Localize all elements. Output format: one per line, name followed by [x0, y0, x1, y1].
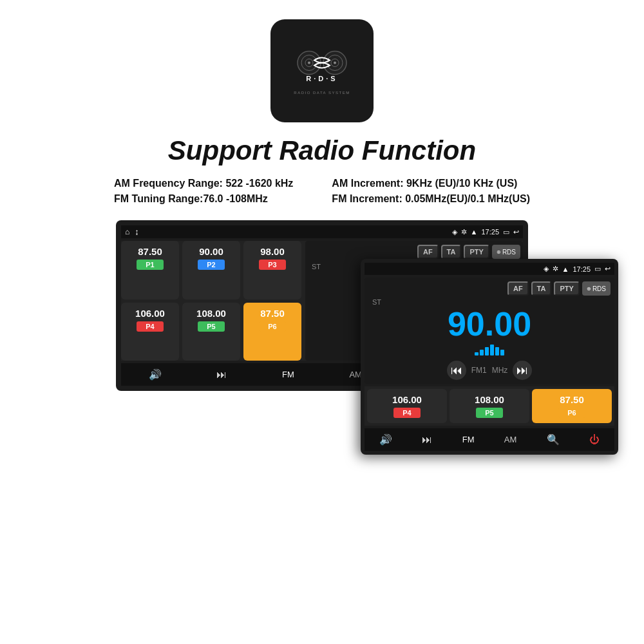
second-prev-button[interactable]: ⏮ — [447, 361, 466, 380]
second-freq-p6: 87.50 — [560, 394, 584, 405]
second-preset-p4[interactable]: 106.00 P4 — [367, 389, 447, 423]
second-display-area: AF TA PTY ⊕ RDS ST 90.00 ⏮ FM1 — [365, 278, 614, 384]
second-band-info: FM1 — [471, 366, 487, 375]
preset-label-p2: P2 — [198, 260, 224, 270]
am-button[interactable]: AM — [349, 370, 362, 379]
st-label: ST — [312, 263, 321, 270]
second-status-bar: ◈ ✲ ▲ 17:25 ▭ ↩ — [365, 263, 614, 275]
rds-icon-small: ⊕ — [497, 249, 501, 255]
second-label-p5: P5 — [476, 408, 502, 418]
second-rds-label: RDS — [592, 285, 606, 292]
second-time-display: 17:25 — [573, 265, 591, 273]
ta-button[interactable]: TA — [441, 245, 462, 259]
second-rds-icon: ⊕ — [587, 286, 591, 292]
second-label-p4: P4 — [393, 408, 420, 418]
s-bar-6 — [500, 350, 504, 355]
usb-icon: ↨ — [135, 227, 138, 236]
spec-fm-range: FM Tuning Range:76.0 -108MHz — [114, 193, 293, 205]
preset-label-p5: P5 — [198, 321, 224, 332]
bluetooth-icon: ✲ — [461, 228, 467, 236]
second-am-button[interactable]: AM — [504, 435, 517, 444]
second-freq-p4: 106.00 — [392, 394, 422, 405]
status-bar-right: ◈ ✲ ▲ 17:25 ▭ ↩ — [452, 228, 519, 236]
logo-container: R·D·S RADIO DATA SYSTEM — [0, 0, 644, 122]
preset-btn-p1[interactable]: 87.50 P1 — [121, 241, 179, 299]
preset-btn-p4[interactable]: 106.00 P4 — [121, 303, 179, 361]
preset-label-p3: P3 — [259, 260, 285, 270]
second-preset-area: 106.00 P4 108.00 P5 87.50 P6 — [365, 386, 614, 426]
second-ta-button[interactable]: TA — [531, 281, 552, 296]
second-power-button[interactable]: ⏻ — [589, 434, 600, 446]
specs-left: AM Frequency Range: 522 -1620 kHz FM Tun… — [114, 178, 293, 205]
skip-icon[interactable]: ⏭ — [216, 369, 227, 381]
second-battery-icon: ▭ — [594, 265, 601, 273]
spec-fm-inc: FM Increment: 0.05MHz(EU)/0.1 MHz(US) — [332, 193, 530, 205]
status-bar-left: ⌂ ↨ — [125, 227, 138, 236]
second-volume-icon[interactable]: 🔊 — [379, 433, 392, 446]
second-fm-button[interactable]: FM — [462, 435, 475, 444]
rds-button[interactable]: ⊕ RDS — [492, 245, 520, 259]
preset-label-p6: P6 — [259, 321, 285, 332]
preset-btn-p2[interactable]: 90.00 P2 — [182, 241, 240, 299]
s-bar-2 — [480, 350, 484, 355]
second-location-icon: ◈ — [544, 265, 549, 273]
back-icon: ↩ — [513, 228, 519, 236]
main-status-bar: ⌂ ↨ ◈ ✲ ▲ 17:25 ▭ ↩ — [121, 225, 523, 238]
preset-label-p4: P4 — [137, 321, 163, 332]
second-bottom-bar: 🔊 ⏭ FM AM 🔍 ⏻ — [365, 428, 614, 451]
wifi-icon: ▲ — [471, 228, 478, 236]
preset-area: 87.50 P1 90.00 P2 98.00 P3 106.00 P4 108… — [121, 241, 301, 361]
second-screen: ◈ ✲ ▲ 17:25 ▭ ↩ AF TA PTY ⊕ RDS ST 90.00 — [361, 259, 618, 455]
preset-btn-p3[interactable]: 98.00 P3 — [243, 241, 301, 299]
second-controls-row: ⏮ FM1 MHz ⏭ — [447, 361, 533, 380]
home-icon: ⌂ — [125, 227, 129, 236]
preset-btn-p5[interactable]: 108.00 P5 — [182, 303, 240, 361]
logo-box: R·D·S RADIO DATA SYSTEM — [270, 19, 374, 122]
pty-button[interactable]: PTY — [464, 245, 489, 259]
second-wifi-icon: ▲ — [562, 265, 569, 273]
fm-button[interactable]: FM — [282, 370, 294, 379]
logo-subtitle: RADIO DATA SYSTEM — [294, 91, 350, 95]
second-rds-button[interactable]: ⊕ RDS — [582, 281, 611, 296]
svg-point-7 — [334, 62, 336, 64]
s-bar-5 — [495, 347, 499, 355]
radio-buttons-row: AF TA PTY ⊕ RDS — [417, 245, 520, 259]
spec-am-range: AM Frequency Range: 522 -1620 kHz — [114, 178, 293, 189]
battery-icon: ▭ — [503, 228, 509, 236]
second-search-icon[interactable]: 🔍 — [547, 433, 560, 446]
second-signal-bars — [475, 345, 504, 355]
second-next-button[interactable]: ⏭ — [513, 361, 532, 380]
second-label-p6: P6 — [558, 408, 585, 418]
preset-freq-p2: 90.00 — [199, 246, 223, 257]
second-bluetooth-icon: ✲ — [553, 265, 558, 273]
svg-point-3 — [308, 62, 310, 64]
rds-label: RDS — [502, 249, 516, 256]
preset-freq-p3: 98.00 — [260, 246, 285, 257]
second-preset-p5[interactable]: 108.00 P5 — [450, 389, 529, 423]
second-pty-button[interactable]: PTY — [554, 281, 579, 296]
second-frequency-display: 90.00 — [448, 307, 531, 341]
second-status-right: ◈ ✲ ▲ 17:25 ▭ ↩ — [544, 265, 611, 273]
second-af-button[interactable]: AF — [507, 281, 529, 296]
second-preset-p6[interactable]: 87.50 P6 — [532, 389, 612, 423]
preset-freq-p1: 87.50 — [138, 246, 162, 257]
second-radio-buttons-row: AF TA PTY ⊕ RDS — [507, 281, 611, 296]
specs-right: AM Increment: 9KHz (EU)/10 KHz (US) FM I… — [332, 178, 530, 205]
preset-freq-p5: 108.00 — [196, 308, 226, 319]
second-st-label: ST — [372, 298, 381, 306]
rds-icon: R·D·S — [293, 47, 351, 86]
second-freq-p5: 108.00 — [475, 394, 504, 405]
time-display: 17:25 — [481, 228, 499, 236]
specs-row: AM Frequency Range: 522 -1620 kHz FM Tun… — [0, 178, 644, 205]
s-bar-4 — [490, 345, 494, 355]
second-back-icon: ↩ — [605, 265, 611, 273]
preset-freq-p6: 87.50 — [260, 308, 285, 319]
s-bar-3 — [485, 347, 489, 355]
s-bar-1 — [475, 352, 478, 355]
second-skip-icon[interactable]: ⏭ — [422, 434, 432, 446]
volume-icon[interactable]: 🔊 — [149, 368, 162, 381]
preset-btn-p6[interactable]: 87.50 P6 — [243, 303, 301, 361]
preset-label-p1: P1 — [137, 260, 163, 270]
second-unit-info: MHz — [492, 366, 508, 375]
af-button[interactable]: AF — [417, 245, 439, 259]
